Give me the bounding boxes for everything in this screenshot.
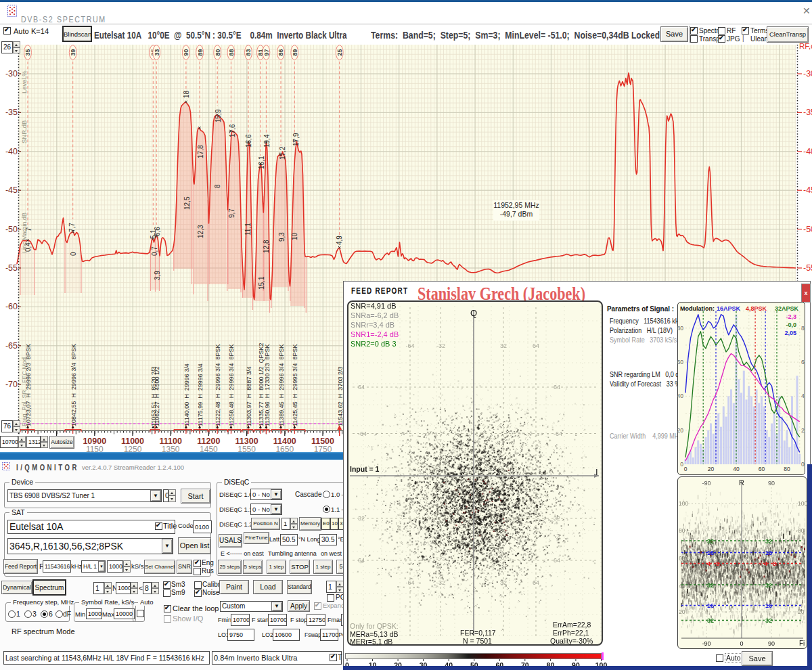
- svg-text:64: 64: [554, 384, 560, 390]
- svg-text:40: 40: [679, 583, 685, 589]
- svg-text:80: 80: [677, 325, 683, 332]
- svg-text:-90: -90: [702, 480, 710, 487]
- svg-text:-55: -55: [803, 263, 812, 273]
- svg-text:89: 89: [197, 49, 204, 55]
- svg-text:0: 0: [684, 466, 687, 472]
- svg-text:20: 20: [798, 608, 805, 615]
- svg-text:32: 32: [554, 515, 560, 522]
- svg-text:0: 0: [801, 461, 805, 468]
- svg-text:11175,99 H 29996 3/4: 11175,99 H 29996 3/4: [197, 363, 204, 426]
- svg-text:11140,00 H 29996 3/4: 11140,00 H 29996 3/4: [183, 363, 190, 426]
- svg-text:32: 32: [765, 617, 772, 624]
- svg-text:15,9: 15,9: [215, 109, 222, 122]
- svg-text:2,05: 2,05: [784, 330, 796, 336]
- svg-text:-45: -45: [5, 185, 18, 195]
- svg-text:R: R: [739, 478, 744, 487]
- svg-text:10723,07 H 29996 2/3 8PSK: 10723,07 H 29996 2/3 8PSK: [25, 344, 32, 426]
- svg-text:-70: -70: [5, 380, 18, 389]
- svg-text:80: 80: [798, 527, 805, 534]
- svg-text:32: 32: [765, 582, 772, 589]
- svg-text:8: 8: [214, 184, 221, 188]
- svg-text:11543,62 H 3703 2/3: 11543,62 H 3703 2/3: [337, 367, 344, 426]
- svg-text:-64: -64: [405, 342, 414, 349]
- svg-text:-0,0: -0,0: [786, 321, 796, 328]
- svg-text:32: 32: [358, 515, 365, 522]
- svg-text:15,1: 15,1: [258, 276, 265, 290]
- svg-text:18: 18: [183, 90, 190, 98]
- svg-text:60: 60: [679, 555, 685, 562]
- svg-text:11222,48 H 29996 3/4 8PSK: 11222,48 H 29996 3/4 8PSK: [215, 344, 221, 426]
- svg-text:Level,%: Level,%: [20, 70, 28, 93]
- svg-text:90: 90: [768, 640, 775, 647]
- svg-text:86: 86: [277, 49, 284, 55]
- svg-text:12,3: 12,3: [197, 225, 204, 238]
- svg-text:-64: -64: [405, 579, 414, 586]
- svg-text:-55: -55: [5, 263, 18, 273]
- svg-text:20: 20: [708, 466, 715, 472]
- svg-text:88: 88: [228, 49, 235, 55]
- svg-text:0: 0: [70, 252, 77, 256]
- svg-text:Modulation:: Modulation:: [680, 305, 715, 312]
- svg-text:17,2: 17,2: [279, 146, 286, 160]
- svg-text:100: 100: [798, 500, 807, 507]
- svg-text:-50: -50: [5, 225, 18, 234]
- svg-text:35: 35: [24, 49, 31, 55]
- svg-text:-40: -40: [5, 147, 18, 156]
- svg-text:16,1: 16,1: [258, 156, 265, 169]
- svg-text:32: 32: [707, 538, 714, 545]
- svg-text:11389,45 H 29996 3/4 8PSK: 11389,45 H 29996 3/4 8PSK: [278, 344, 285, 426]
- svg-text:16: 16: [707, 602, 714, 609]
- svg-text:11,1: 11,1: [244, 223, 252, 236]
- svg-text:Linc Margin,dB: Linc Margin,dB: [21, 213, 28, 253]
- svg-text:40: 40: [801, 393, 805, 399]
- svg-text:11258,48 H 29996 3/4 8PSK: 11258,48 H 29996 3/4 8PSK: [228, 344, 235, 426]
- svg-text:8: 8: [716, 560, 719, 567]
- svg-text:-32: -32: [436, 579, 445, 586]
- svg-text:16: 16: [765, 602, 772, 609]
- svg-text:80: 80: [801, 325, 805, 332]
- svg-text:20: 20: [801, 427, 805, 434]
- svg-text:60: 60: [801, 359, 805, 365]
- svg-text:10842,55 H 29996 3/4 8PSK: 10842,55 H 29996 3/4 8PSK: [70, 344, 77, 426]
- svg-text:20: 20: [677, 427, 683, 434]
- svg-text:60: 60: [677, 359, 683, 365]
- svg-text:90: 90: [183, 49, 189, 55]
- svg-text:0: 0: [680, 461, 683, 468]
- svg-text:12,8: 12,8: [263, 240, 270, 253]
- svg-text:60: 60: [759, 466, 765, 472]
- svg-text:32: 32: [500, 579, 507, 586]
- svg-text:64: 64: [533, 579, 539, 586]
- svg-text:90: 90: [768, 480, 775, 487]
- svg-text:-2,3: -2,3: [786, 313, 796, 320]
- svg-text:3,9: 3,9: [154, 271, 161, 280]
- svg-text:-30: -30: [5, 69, 18, 79]
- svg-text:60: 60: [798, 555, 805, 562]
- svg-text:0,7: 0,7: [151, 246, 158, 256]
- svg-text:9,3: 9,3: [278, 232, 286, 242]
- svg-text:-35: -35: [803, 108, 812, 117]
- svg-text:17,6: 17,6: [229, 124, 236, 137]
- svg-text:4: 4: [764, 560, 767, 567]
- svg-text:100: 100: [679, 500, 688, 507]
- svg-text:-30: -30: [803, 69, 812, 79]
- svg-text:16: 16: [765, 550, 772, 556]
- svg-text:0: 0: [740, 640, 743, 647]
- svg-text:12,5: 12,5: [183, 196, 191, 210]
- svg-text:-90: -90: [702, 640, 710, 647]
- svg-text:Fi: Fi: [799, 640, 805, 647]
- svg-text:64: 64: [358, 384, 365, 390]
- svg-text:-35: -35: [5, 108, 18, 117]
- svg-text:83: 83: [245, 49, 252, 55]
- svg-text:64: 64: [533, 342, 539, 349]
- svg-text:32: 32: [707, 617, 714, 624]
- svg-text:80: 80: [679, 527, 685, 534]
- svg-text:17,9: 17,9: [292, 133, 300, 146]
- svg-text:19,4: 19,4: [263, 134, 271, 148]
- svg-text:-45: -45: [803, 185, 812, 195]
- svg-text:-40: -40: [803, 147, 812, 156]
- svg-text:20: 20: [679, 608, 685, 615]
- svg-text:11303,97 H 8887 3/4: 11303,97 H 8887 3/4: [246, 367, 252, 426]
- svg-text:4,9: 4,9: [336, 236, 343, 245]
- svg-text:-32: -32: [436, 342, 445, 349]
- svg-text:-50: -50: [803, 225, 812, 234]
